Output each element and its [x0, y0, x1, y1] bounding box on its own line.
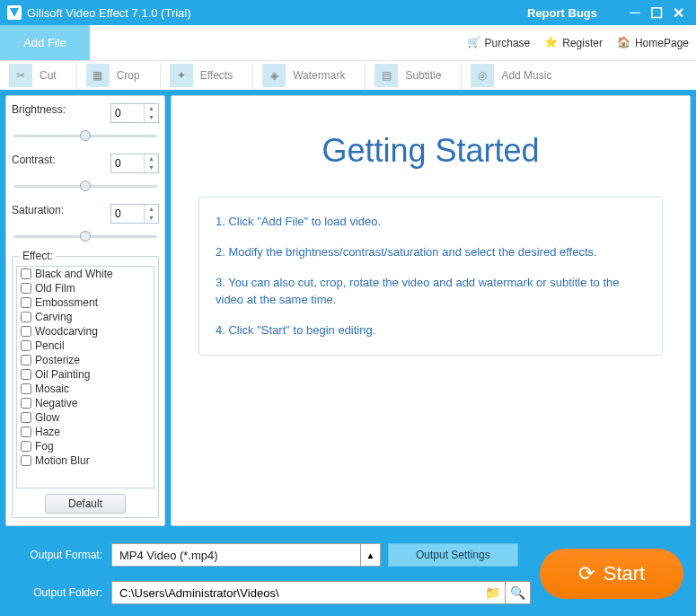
effect-checkbox[interactable] — [21, 412, 31, 423]
scissors-icon: ✂ — [9, 64, 32, 87]
sparkle-icon: ✦ — [170, 64, 193, 87]
output-folder-input[interactable] — [111, 581, 480, 604]
tab-subtitle[interactable]: ▤Subtitle — [366, 61, 462, 90]
search-folder-icon[interactable]: 🔍 — [506, 581, 531, 604]
effect-checkbox[interactable] — [21, 398, 31, 409]
default-button[interactable]: Default — [45, 494, 126, 514]
report-bugs-link[interactable]: Report Bugs — [527, 6, 597, 20]
effect-item-label: Woodcarving — [35, 325, 98, 338]
output-folder-row: 📁 🔍 — [111, 581, 531, 604]
star-icon: ⭐ — [544, 36, 559, 50]
app-title: Gilisoft Video Effect 7.1.0 (Trial) — [27, 6, 191, 20]
bottom-bar: Output Format: MP4 Video (*.mp4) ▲ Outpu… — [0, 532, 696, 616]
effect-item[interactable]: Glow — [17, 410, 154, 425]
effect-item[interactable]: Embossment — [17, 295, 154, 310]
app-icon — [7, 5, 22, 20]
saturation-up-icon[interactable]: ▲ — [145, 205, 158, 214]
effect-checkbox[interactable] — [21, 297, 31, 308]
effect-item-label: Glow — [35, 411, 59, 424]
effect-checkbox[interactable] — [21, 441, 31, 452]
start-button[interactable]: ⟳ Start — [540, 549, 683, 599]
saturation-slider[interactable] — [13, 229, 157, 245]
effect-item[interactable]: Mosaic — [17, 382, 154, 396]
brightness-label: Brightness: — [12, 103, 75, 116]
effect-checkbox[interactable] — [21, 455, 31, 466]
purchase-label: Purchase — [485, 37, 531, 49]
contrast-up-icon[interactable]: ▲ — [145, 154, 158, 163]
watermark-icon: ◈ — [262, 64, 286, 87]
saturation-input[interactable] — [111, 205, 144, 223]
homepage-link[interactable]: 🏠 HomePage — [610, 25, 696, 60]
effect-item[interactable]: Pencil — [17, 339, 154, 353]
tab-effects[interactable]: ✦Effects — [161, 61, 253, 90]
saturation-label: Saturation: — [12, 204, 75, 216]
brightness-spinner[interactable]: ▲▼ — [110, 103, 159, 123]
tab-bar: ✂Cut ▦Crop ✦Effects ◈Watermark ▤Subtitle… — [0, 61, 696, 90]
saturation-spinner[interactable]: ▲▼ — [110, 204, 159, 224]
effect-checkbox[interactable] — [21, 312, 31, 322]
add-file-button[interactable]: Add File — [0, 25, 90, 60]
output-settings-button[interactable]: Output Settings — [388, 543, 518, 567]
effect-item[interactable]: Woodcarving — [17, 324, 154, 339]
effect-checkbox[interactable] — [21, 427, 31, 437]
effect-item[interactable]: Motion Blur — [17, 453, 154, 468]
effect-item[interactable]: Negative — [17, 396, 154, 410]
effect-checkbox[interactable] — [21, 355, 31, 365]
effect-checkbox[interactable] — [21, 283, 31, 294]
cart-icon: 🛒 — [467, 36, 481, 50]
effect-checkbox[interactable] — [21, 383, 31, 394]
contrast-down-icon[interactable]: ▼ — [145, 163, 158, 172]
register-link[interactable]: ⭐ Register — [537, 25, 610, 60]
start-label: Start — [603, 562, 645, 585]
effect-item[interactable]: Posterize — [17, 353, 154, 367]
content-panel: Getting Started 1. Click "Add File" to l… — [171, 95, 691, 526]
effect-checkbox[interactable] — [21, 326, 31, 337]
output-format-combobox[interactable]: MP4 Video (*.mp4) ▲ — [111, 543, 381, 567]
close-button[interactable]: ✕ — [667, 4, 689, 22]
subtitle-icon: ▤ — [374, 64, 398, 87]
effect-item[interactable]: Carving — [17, 310, 154, 324]
output-format-value: MP4 Video (*.mp4) — [112, 549, 360, 562]
effect-item-label: Posterize — [35, 354, 80, 366]
saturation-row: Saturation: ▲▼ — [12, 204, 159, 224]
tab-add-music-label: Add Music — [501, 69, 551, 82]
brightness-down-icon[interactable]: ▼ — [145, 113, 158, 122]
tab-add-music[interactable]: ◎Add Music — [462, 61, 571, 90]
tab-watermark-label: Watermark — [293, 69, 345, 82]
effect-item-label: Black and White — [35, 268, 113, 280]
brightness-slider[interactable] — [13, 128, 157, 145]
tab-crop[interactable]: ▦Crop — [77, 61, 161, 90]
effect-list[interactable]: Black and WhiteOld FilmEmbossmentCarving… — [16, 266, 154, 488]
maximize-button[interactable]: ☐ — [646, 4, 667, 22]
tab-watermark[interactable]: ◈Watermark — [253, 61, 366, 90]
brightness-input[interactable] — [111, 104, 144, 122]
step-1: 1. Click "Add File" to load video. — [216, 214, 646, 230]
contrast-input[interactable] — [111, 154, 144, 172]
effect-item-label: Pencil — [35, 339, 65, 352]
toolbar: Add File 🛒 Purchase ⭐ Register 🏠 HomePag… — [0, 25, 696, 61]
effect-item-label: Oil Painting — [35, 368, 90, 381]
output-folder-label: Output Folder: — [13, 586, 102, 599]
effect-checkbox[interactable] — [21, 340, 31, 351]
dropdown-arrow-icon[interactable]: ▲ — [360, 544, 380, 566]
step-4: 4. Click "Start" to begin editing. — [216, 322, 646, 339]
effect-item[interactable]: Black and White — [17, 267, 154, 281]
effect-checkbox[interactable] — [21, 369, 31, 380]
steps-box: 1. Click "Add File" to load video. 2. Mo… — [198, 197, 663, 356]
contrast-slider[interactable] — [13, 179, 157, 195]
effect-item[interactable]: Fog — [17, 439, 154, 453]
minimize-button[interactable]: ─ — [624, 4, 646, 21]
effect-item[interactable]: Haze — [17, 425, 154, 439]
purchase-link[interactable]: 🛒 Purchase — [460, 25, 538, 60]
output-format-label: Output Format: — [13, 549, 102, 561]
tab-cut[interactable]: ✂Cut — [0, 61, 77, 90]
contrast-spinner[interactable]: ▲▼ — [110, 154, 159, 173]
output-format-row: MP4 Video (*.mp4) ▲ Output Settings — [111, 543, 531, 567]
effect-checkbox[interactable] — [21, 268, 31, 279]
saturation-down-icon[interactable]: ▼ — [145, 214, 158, 223]
effect-legend: Effect: — [20, 250, 56, 262]
effect-item[interactable]: Old Film — [17, 281, 154, 295]
effect-item[interactable]: Oil Painting — [17, 367, 154, 382]
folder-icon[interactable]: 📁 — [480, 581, 506, 604]
brightness-up-icon[interactable]: ▲ — [145, 104, 158, 113]
